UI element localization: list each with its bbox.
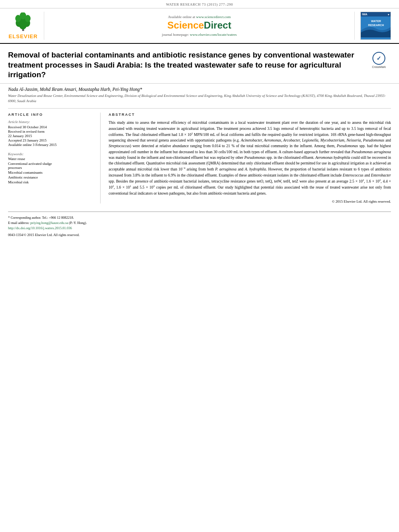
svg-text:RESEARCH: RESEARCH <box>368 24 384 27</box>
sciencedirect-logo: ScienceDirect <box>167 20 231 31</box>
keyword-5: Microbial risk <box>8 180 94 184</box>
abstract-text: This study aims to assess the removal ef… <box>109 120 391 196</box>
keywords-label: Keywords: <box>8 152 24 156</box>
received-revised-date: 22 January 2015 <box>8 134 94 138</box>
top-banner: ELSEVIER Available online at www.science… <box>0 8 399 44</box>
issn-line: 0043-1354/© 2015 Elsevier Ltd. All right… <box>8 233 391 237</box>
abstract-heading: ABSTRACT <box>109 113 391 117</box>
history-label: Article history: <box>8 120 94 124</box>
keyword-2: Conventional activated sludgeprocesses <box>8 162 94 170</box>
right-banner: IWA ● WATER RESEARCH <box>354 12 391 40</box>
two-col-section: ARTICLE INFO Article history: Received 3… <box>0 109 399 207</box>
center-banner: Available online at www.sciencedirect.co… <box>48 12 350 40</box>
svg-text:WATER: WATER <box>371 20 381 23</box>
author-affiliation: Water Desalination and Reuse Center, Env… <box>8 93 391 103</box>
journal-citation-text: WATER RESEARCH 73 (2015) 277–290 <box>166 2 233 6</box>
corresponding-author-label: * Corresponding author. <box>8 216 41 220</box>
author-names: Nada Al-Jassim, Mohd Ikram Ansari, Moust… <box>8 87 391 92</box>
title-section: Removal of bacterial contaminants and an… <box>0 44 399 84</box>
phone: Tel.: +966 12 8082218. <box>42 216 74 220</box>
authors-section: Nada Al-Jassim, Mohd Ikram Ansari, Moust… <box>0 84 399 105</box>
email-link[interactable]: peiying.hong@kaust.edu.sa <box>30 221 68 225</box>
corresponding-author-note: * Corresponding author. Tel.: +966 12 80… <box>8 215 391 230</box>
elsevier-logo: ELSEVIER <box>8 12 44 40</box>
crossmark-label: CrossMark <box>372 66 386 68</box>
keywords-section: Keywords: Water reuse Conventional activ… <box>8 152 94 184</box>
article-title: Removal of bacterial contaminants and an… <box>8 50 363 80</box>
keyword-4: Antibiotic resistance <box>8 175 94 179</box>
doi-link[interactable]: http://dx.doi.org/10.1016/j.watres.2015.… <box>8 226 72 230</box>
received-revised-label: Received in revised form <box>8 129 94 134</box>
email-label: E-mail address: <box>8 221 29 225</box>
copyright-line: © 2015 Elsevier Ltd. All rights reserved… <box>109 199 391 203</box>
water-research-cover-art: WATER RESEARCH <box>361 16 391 37</box>
water-research-cover: IWA ● WATER RESEARCH <box>360 12 391 40</box>
journal-homepage: journal homepage: www.elsevier.com/locat… <box>162 33 237 37</box>
available-online: Available online at www.sciencedirect.co… <box>168 15 231 19</box>
elsevier-tree-icon <box>10 12 36 32</box>
page-footer: * Corresponding author. Tel.: +966 12 80… <box>8 212 391 237</box>
accepted-date: Accepted 23 January 2015 <box>8 138 94 142</box>
article-info-col: ARTICLE INFO Article history: Received 3… <box>8 113 101 203</box>
received-date: Received 30 October 2014 <box>8 125 94 129</box>
available-online-date: Available online 3 February 2015 <box>8 143 94 147</box>
journal-citation: WATER RESEARCH 73 (2015) 277–290 <box>0 0 399 8</box>
abstract-col: ABSTRACT This study aims to assess the r… <box>109 113 391 203</box>
crossmark-badge: ✓ CrossMark <box>367 52 391 68</box>
crossmark-icon: ✓ <box>372 52 385 65</box>
sciencedirect-url[interactable]: www.sciencedirect.com <box>196 15 231 19</box>
main-title: Removal of bacterial contaminants and an… <box>8 50 363 80</box>
email-note: (P.-Y. Hong). <box>69 221 87 225</box>
journal-homepage-url[interactable]: www.elsevier.com/locate/watres <box>190 33 237 37</box>
article-history: Article history: Received 30 October 201… <box>8 120 94 147</box>
keyword-3: Microbial contaminants <box>8 170 94 175</box>
article-info-heading: ARTICLE INFO <box>8 113 94 117</box>
keyword-1: Water reuse <box>8 157 94 161</box>
elsevier-brand-text: ELSEVIER <box>8 33 37 39</box>
